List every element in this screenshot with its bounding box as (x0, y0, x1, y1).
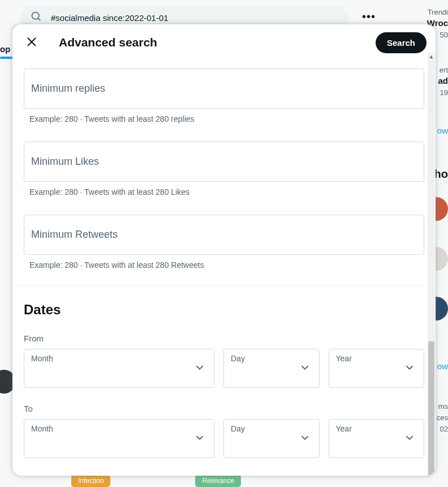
ent-count: 19 (440, 88, 448, 97)
to-month-select-wrap: Month (24, 419, 214, 458)
divider (12, 285, 436, 286)
ent-label: ert (440, 66, 448, 74)
scroll-up-arrow[interactable]: ▲ (429, 54, 434, 59)
scrollbar[interactable]: ▲ ▼ (428, 53, 435, 476)
who-to-follow-heading: ho (434, 168, 448, 181)
search-query-text: #socialmedia since:2022-01-01 (51, 13, 169, 23)
modal-title: Advanced search (59, 36, 157, 49)
search-button[interactable]: Search (376, 32, 427, 53)
modal-header: Advanced search Search (12, 24, 436, 61)
trending-label: Trendi (428, 8, 448, 16)
from-year-select-wrap: Year (329, 349, 425, 388)
more-icon[interactable]: ••• (362, 10, 376, 23)
chip-infection: Infection (71, 475, 110, 487)
from-date-row: Month Day Year (24, 349, 424, 388)
dates-heading: Dates (24, 302, 424, 318)
advanced-search-modal: Advanced search Search Example: 280 · Tw… (12, 24, 436, 476)
footer-link[interactable]: ms (438, 402, 448, 411)
search-icon (31, 11, 42, 24)
from-month-select[interactable] (24, 349, 214, 387)
from-label: From (24, 334, 424, 343)
background-chips: Infection Relevance (71, 475, 241, 487)
from-day-select[interactable] (224, 349, 319, 387)
to-day-select-wrap: Day (223, 419, 320, 458)
tab-top[interactable]: op (0, 44, 10, 54)
svg-point-0 (32, 12, 40, 20)
min-likes-input[interactable] (24, 142, 424, 182)
modal-body: Example: 280 · Tweets with at least 280 … (12, 61, 436, 476)
to-label: To (24, 404, 424, 413)
min-replies-input[interactable] (24, 69, 424, 109)
min-likes-hint: Example: 280 · Tweets with at least 280 … (24, 187, 424, 196)
close-button[interactable] (21, 32, 42, 53)
show-more-link-1[interactable]: ow (437, 126, 448, 135)
min-replies-hint: Example: 280 · Tweets with at least 280 … (24, 114, 424, 123)
trending-count: 50 (440, 31, 448, 39)
min-replies-field: Example: 280 · Tweets with at least 280 … (24, 69, 424, 123)
to-year-select[interactable] (329, 420, 424, 458)
footer-link[interactable]: 02 (440, 425, 448, 433)
min-likes-field: Example: 280 · Tweets with at least 280 … (24, 142, 424, 196)
svg-line-1 (38, 18, 40, 20)
to-month-select[interactable] (24, 420, 214, 458)
to-year-select-wrap: Year (329, 419, 425, 458)
show-more-link-2[interactable]: ow (437, 361, 448, 371)
ent-title[interactable]: ad (438, 76, 448, 86)
to-day-select[interactable] (224, 420, 319, 458)
footer-link[interactable]: ces (437, 413, 448, 422)
chip-relevance: Relevance (195, 475, 241, 487)
from-year-select[interactable] (329, 349, 424, 387)
min-retweets-field: Example: 280 · Tweets with at least 280 … (24, 215, 424, 270)
scrollbar-thumb[interactable] (428, 341, 434, 476)
from-day-select-wrap: Day (223, 349, 320, 388)
min-retweets-hint: Example: 280 · Tweets with at least 280 … (24, 260, 424, 270)
to-date-row: Month Day Year (24, 419, 424, 458)
from-month-select-wrap: Month (24, 349, 214, 388)
min-retweets-input[interactable] (24, 215, 424, 255)
close-icon (25, 36, 38, 50)
